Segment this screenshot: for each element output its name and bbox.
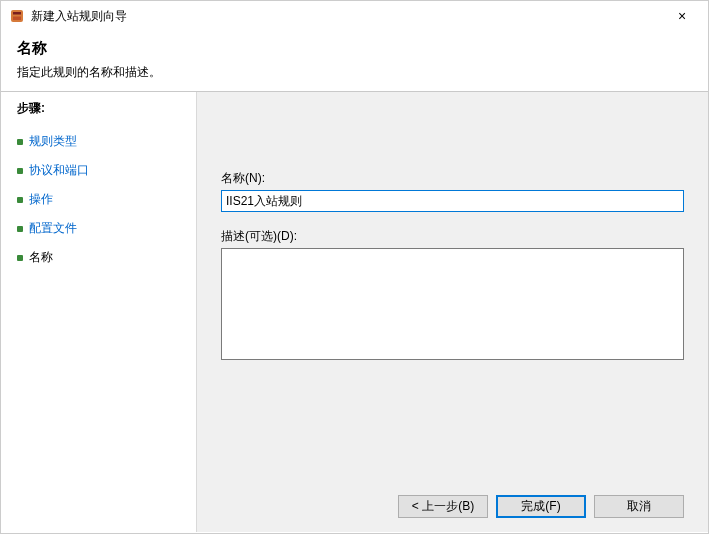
step-name[interactable]: 名称 bbox=[17, 243, 196, 272]
close-icon[interactable]: × bbox=[662, 1, 702, 31]
description-input[interactable] bbox=[221, 248, 684, 360]
step-list: 规则类型 协议和端口 操作 配置文件 名称 bbox=[17, 127, 196, 272]
step-label: 操作 bbox=[29, 191, 53, 208]
bullet-icon bbox=[17, 197, 23, 203]
bullet-icon bbox=[17, 226, 23, 232]
titlebar: 新建入站规则向导 × bbox=[1, 1, 708, 31]
window-title: 新建入站规则向导 bbox=[31, 8, 662, 25]
step-label: 规则类型 bbox=[29, 133, 77, 150]
step-label: 名称 bbox=[29, 249, 53, 266]
page-title: 名称 bbox=[17, 39, 692, 58]
step-label: 协议和端口 bbox=[29, 162, 89, 179]
step-profile[interactable]: 配置文件 bbox=[17, 214, 196, 243]
app-icon bbox=[9, 8, 25, 24]
step-label: 配置文件 bbox=[29, 220, 77, 237]
button-row: < 上一步(B) 完成(F) 取消 bbox=[398, 495, 684, 518]
bullet-icon bbox=[17, 255, 23, 261]
bullet-icon bbox=[17, 139, 23, 145]
bullet-icon bbox=[17, 168, 23, 174]
finish-button[interactable]: 完成(F) bbox=[496, 495, 586, 518]
name-label: 名称(N): bbox=[221, 170, 684, 187]
wizard-header: 名称 指定此规则的名称和描述。 bbox=[1, 31, 708, 91]
name-input[interactable] bbox=[221, 190, 684, 212]
steps-heading: 步骤: bbox=[17, 100, 196, 117]
cancel-button[interactable]: 取消 bbox=[594, 495, 684, 518]
content: 步骤: 规则类型 协议和端口 操作 配置文件 名称 bbox=[1, 92, 708, 532]
step-rule-type[interactable]: 规则类型 bbox=[17, 127, 196, 156]
description-label: 描述(可选)(D): bbox=[221, 228, 684, 245]
main-panel: 名称(N): 描述(可选)(D): < 上一步(B) 完成(F) 取消 bbox=[196, 92, 708, 532]
page-description: 指定此规则的名称和描述。 bbox=[17, 64, 692, 81]
svg-rect-1 bbox=[13, 12, 21, 15]
back-button[interactable]: < 上一步(B) bbox=[398, 495, 488, 518]
svg-rect-0 bbox=[11, 10, 23, 22]
form-area: 名称(N): 描述(可选)(D): bbox=[221, 170, 684, 363]
sidebar: 步骤: 规则类型 协议和端口 操作 配置文件 名称 bbox=[1, 92, 196, 532]
step-protocol-port[interactable]: 协议和端口 bbox=[17, 156, 196, 185]
step-action[interactable]: 操作 bbox=[17, 185, 196, 214]
svg-rect-2 bbox=[13, 17, 21, 21]
